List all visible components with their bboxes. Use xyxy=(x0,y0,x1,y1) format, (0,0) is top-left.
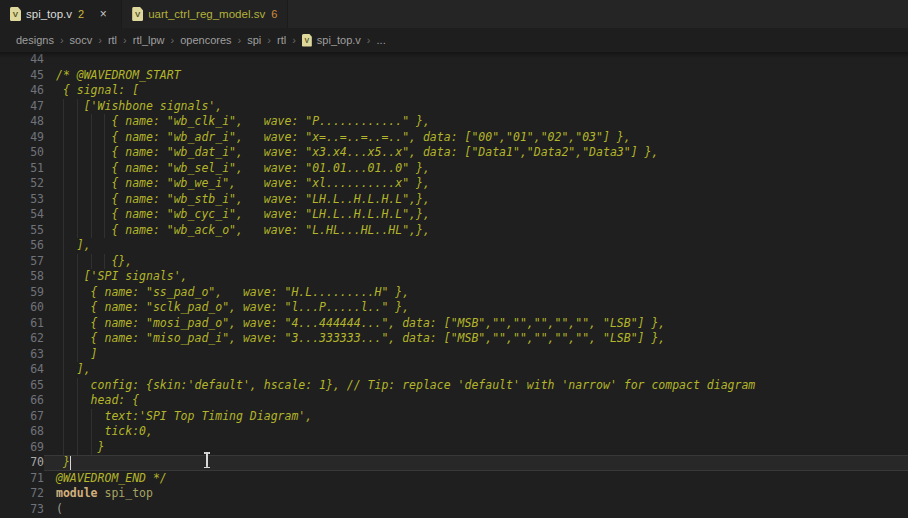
code-row: 64 ], xyxy=(0,362,908,378)
code-line[interactable]: { name: "miso_pad_i", wave: "3...333333.… xyxy=(44,331,908,347)
code-line[interactable]: { name: "ss_pad_o", wave: "H.L.........H… xyxy=(44,285,908,301)
indent-guide xyxy=(77,424,78,440)
indent-guide xyxy=(63,331,64,347)
code-line[interactable]: { signal: [ xyxy=(44,83,908,99)
indent-guide xyxy=(77,130,78,146)
indent-guide xyxy=(63,223,64,239)
code-row: 59 { name: "ss_pad_o", wave: "H.L.......… xyxy=(0,285,908,301)
indent-guide xyxy=(63,192,64,208)
code-line[interactable]: { name: "wb_sel_i", wave: "01.01...01..0… xyxy=(44,161,908,177)
tab-bar: V spi_top.v 2 × V uart_ctrl_reg_model.sv… xyxy=(0,0,908,28)
indent-guide xyxy=(63,254,64,270)
line-number: 57 xyxy=(0,254,44,270)
breadcrumb-label: spi_top.v xyxy=(317,34,361,46)
code-row: 50 { name: "wb_dat_i", wave: "x3.x4...x5… xyxy=(0,145,908,161)
code-line[interactable]: } xyxy=(44,455,908,471)
code-line[interactable]: { name: "mosi_pad_o", wave: "4...444444.… xyxy=(44,316,908,332)
indent-guide xyxy=(77,378,78,394)
line-number: 71 xyxy=(0,471,44,487)
code-row: 69 } xyxy=(0,440,908,456)
breadcrumb-label: ... xyxy=(377,34,386,46)
code-line[interactable]: module spi_top xyxy=(44,486,908,502)
code-row: 44 xyxy=(0,52,908,68)
code-line[interactable]: { name: "wb_clk_i", wave: "P............… xyxy=(44,114,908,130)
indent-guide xyxy=(63,424,64,440)
tab-uart-ctrl-reg-model-sv[interactable]: V uart_ctrl_reg_model.sv 6 xyxy=(122,0,288,28)
code-line[interactable]: } xyxy=(44,440,908,456)
indent-guide xyxy=(91,161,92,177)
line-number: 61 xyxy=(0,316,44,332)
indent-guide xyxy=(104,130,105,146)
tab-label: spi_top.v xyxy=(26,8,72,20)
breadcrumb-item[interactable]: opencores xyxy=(180,34,231,46)
code-line[interactable]: { name: "wb_adr_i", wave: "x=..=..=..=..… xyxy=(44,130,908,146)
code-line[interactable]: tick:0, xyxy=(44,424,908,440)
code-line[interactable]: @WAVEDROM_END */ xyxy=(44,471,908,487)
code-line[interactable]: { name: "wb_ack_o", wave: "L.HL...HL..HL… xyxy=(44,223,908,239)
indent-guide xyxy=(63,161,64,177)
breadcrumb-item[interactable]: socv xyxy=(70,34,93,46)
chevron-right-icon: › xyxy=(367,34,371,46)
chevron-right-icon: › xyxy=(98,34,102,46)
code-line[interactable]: { name: "wb_dat_i", wave: "x3.x4...x5..x… xyxy=(44,145,908,161)
indent-guide xyxy=(91,192,92,208)
line-number: 46 xyxy=(0,83,44,99)
code-line[interactable]: { name: "sclk_pad_o", wave: "l...P.....l… xyxy=(44,300,908,316)
line-number: 70 xyxy=(0,455,44,471)
indent-guide xyxy=(104,145,105,161)
code-line[interactable]: { name: "wb_cyc_i", wave: "LH.L..H.L.H.L… xyxy=(44,207,908,223)
indent-guide xyxy=(91,145,92,161)
close-icon[interactable]: × xyxy=(95,6,111,22)
code-line[interactable]: ['SPI signals', xyxy=(44,269,908,285)
line-number: 68 xyxy=(0,424,44,440)
indent-guide xyxy=(63,238,64,254)
code-line[interactable]: ], xyxy=(44,238,908,254)
code-row: 49 { name: "wb_adr_i", wave: "x=..=..=..… xyxy=(0,130,908,146)
code-area[interactable]: 4445/* @WAVEDROM_START46 { signal: [47 [… xyxy=(0,52,908,518)
line-number: 47 xyxy=(0,99,44,115)
text-caret xyxy=(70,456,72,470)
breadcrumb-item[interactable]: Vspi_top.v xyxy=(302,34,361,47)
breadcrumb-item[interactable]: rtl xyxy=(108,34,117,46)
code-line[interactable] xyxy=(44,52,908,68)
code-row: 53 { name: "wb_stb_i", wave: "LH.L..H.L.… xyxy=(0,192,908,208)
code-line[interactable]: { name: "wb_stb_i", wave: "LH.L..H.L.H.L… xyxy=(44,192,908,208)
indent-guide xyxy=(77,207,78,223)
indent-guide xyxy=(91,440,92,456)
code-line[interactable]: ['Wishbone signals', xyxy=(44,99,908,115)
chevron-right-icon: › xyxy=(267,34,271,46)
line-number: 64 xyxy=(0,362,44,378)
chevron-right-icon: › xyxy=(60,34,64,46)
line-number: 62 xyxy=(0,331,44,347)
code-line[interactable]: { name: "wb_we_i", wave: "xl..........x"… xyxy=(44,176,908,192)
code-line[interactable]: ( xyxy=(44,502,908,518)
chevron-right-icon: › xyxy=(123,34,127,46)
indent-guide xyxy=(104,192,105,208)
indent-guide xyxy=(91,130,92,146)
indent-guide xyxy=(77,269,78,285)
code-line[interactable]: text:'SPI Top Timing Diagram', xyxy=(44,409,908,425)
indent-guide xyxy=(104,254,105,270)
code-line[interactable]: head: { xyxy=(44,393,908,409)
indent-guide xyxy=(91,114,92,130)
code-row: 68 tick:0, xyxy=(0,424,908,440)
breadcrumb-item[interactable]: rtl_lpw xyxy=(133,34,165,46)
code-line[interactable]: ], xyxy=(44,362,908,378)
breadcrumb-item[interactable]: spi xyxy=(247,34,261,46)
code-line[interactable]: /* @WAVEDROM_START xyxy=(44,68,908,84)
code-line[interactable]: {}, xyxy=(44,254,908,270)
indent-guide xyxy=(63,99,64,115)
breadcrumb-label: designs xyxy=(16,34,54,46)
breadcrumb-item[interactable]: rtl xyxy=(277,34,286,46)
code-row: 54 { name: "wb_cyc_i", wave: "LH.L..H.L.… xyxy=(0,207,908,223)
code-row: 61 { name: "mosi_pad_o", wave: "4...4444… xyxy=(0,316,908,332)
breadcrumb-label: spi xyxy=(247,34,261,46)
code-line[interactable]: ] xyxy=(44,347,908,363)
tab-spi-top-v[interactable]: V spi_top.v 2 × xyxy=(0,0,122,28)
code-row: 46 { signal: [ xyxy=(0,83,908,99)
code-row: 73( xyxy=(0,502,908,518)
indent-guide xyxy=(63,347,64,363)
breadcrumb-item[interactable]: ... xyxy=(377,34,386,46)
code-line[interactable]: config: {skin:'default', hscale: 1}, // … xyxy=(44,378,908,394)
breadcrumb-item[interactable]: designs xyxy=(16,34,54,46)
